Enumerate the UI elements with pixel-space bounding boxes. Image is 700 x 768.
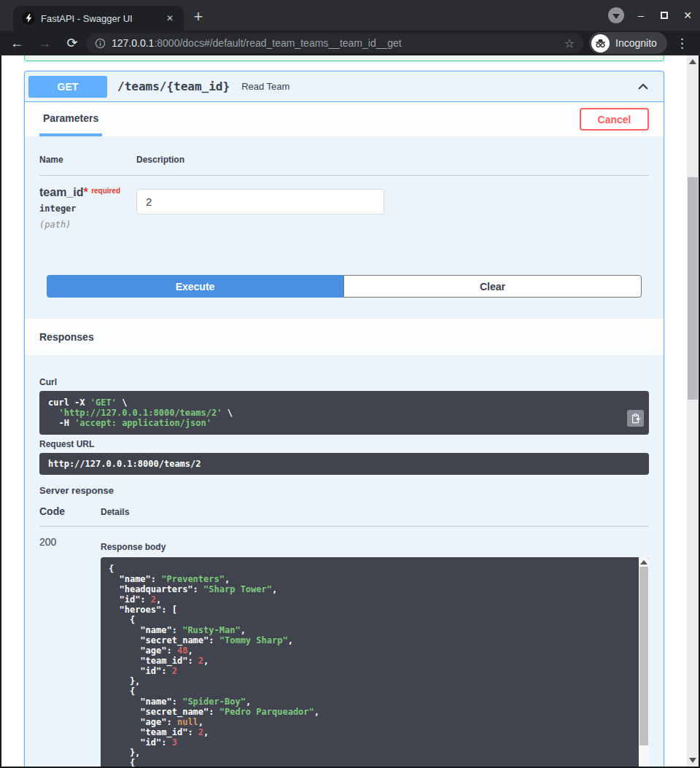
bookmark-star-icon[interactable]: ☆ (564, 36, 575, 50)
name-column-header: Name (39, 155, 136, 165)
copy-to-clipboard-button[interactable] (627, 410, 644, 427)
parameters-table-header: Name Description (39, 155, 649, 176)
details-column-header: Details (101, 507, 129, 517)
page-scrollbar[interactable] (687, 55, 699, 767)
opblock-summary[interactable]: GET /teams/{team_id} Read Team (25, 71, 664, 102)
team-id-input[interactable] (136, 189, 384, 214)
required-label: required (91, 187, 120, 195)
responses-body: Curl curl -X 'GET' \ 'http://127.0.0.1:8… (25, 355, 664, 767)
parameter-type: integer (39, 203, 136, 214)
parameter-info: team_id* required integer (path) (39, 186, 136, 230)
method-badge: GET (28, 76, 107, 98)
parameters-table: Name Description team_id* required integ… (25, 136, 664, 230)
response-body-label: Response body (101, 542, 649, 552)
browser-toolbar: ← → ⟳ 127.0.0.1:8000/docs#/default/read_… (0, 31, 700, 55)
page-scroll-up-icon[interactable] (689, 59, 696, 64)
operation-tab-header: Parameters Cancel (25, 102, 664, 136)
response-details: Response body { "name": "Preventers", "h… (101, 536, 649, 767)
incognito-icon (591, 34, 610, 53)
response-body-scrollbar[interactable] (639, 557, 649, 767)
response-row: 200 Response body { "name": "Preventers"… (39, 527, 649, 767)
opblock-get: GET /teams/{team_id} Read Team Parameter… (24, 71, 664, 767)
reload-button[interactable]: ⟳ (63, 35, 82, 51)
request-url-box: http://127.0.0.1:8000/teams/2 (39, 453, 649, 475)
tab-strip: FastAPI - Swagger UI ✕ + – ✕ (0, 0, 700, 31)
page-scrollbar-thumb[interactable] (688, 177, 698, 400)
close-button[interactable]: ✕ (681, 9, 694, 21)
collapse-chevron-icon[interactable] (636, 79, 650, 94)
page-info-icon[interactable] (95, 38, 106, 49)
curl-command-box: curl -X 'GET' \ 'http://127.0.0.1:8000/t… (39, 391, 649, 435)
tab-parameters-label: Parameters (43, 112, 98, 124)
execute-wrapper: Execute Clear (47, 275, 642, 298)
minimize-button[interactable]: – (634, 9, 648, 21)
parameter-location: (path) (39, 220, 136, 230)
response-table-header: Code Details (39, 505, 649, 527)
clear-button[interactable]: Clear (343, 275, 642, 298)
responses-section-header: Responses (25, 319, 664, 355)
url-text: 127.0.0.1:8000/docs#/default/read_team_t… (112, 37, 559, 49)
browser-menu-icon[interactable]: ⋮ (676, 36, 688, 51)
endpoint-summary: Read Team (241, 81, 289, 92)
browser-window: FastAPI - Swagger UI ✕ + – ✕ ← → ⟳ 127.0… (0, 0, 700, 768)
incognito-label: Incognito (615, 37, 657, 49)
parameter-name: team_id* required (39, 186, 136, 199)
request-url-label: Request URL (39, 439, 649, 449)
endpoint-path: /teams/{team_id} (117, 79, 230, 93)
browser-update-icon[interactable] (608, 7, 624, 23)
curl-command: curl -X 'GET' \ 'http://127.0.0.1:8000/t… (39, 391, 649, 435)
previous-opblock-edge (24, 55, 664, 61)
execute-button[interactable]: Execute (47, 275, 343, 298)
new-tab-button[interactable]: + (188, 7, 209, 28)
maximize-button[interactable] (658, 9, 671, 21)
response-body-json: { "name": "Preventers", "headquarters": … (101, 557, 649, 767)
browser-tab[interactable]: FastAPI - Swagger UI ✕ (13, 6, 184, 31)
address-bar[interactable]: 127.0.0.1:8000/docs#/default/read_team_t… (86, 33, 583, 53)
required-asterisk: * (83, 186, 88, 198)
parameter-row: team_id* required integer (path) (39, 176, 649, 230)
response-body-box: { "name": "Preventers", "headquarters": … (101, 557, 649, 767)
url-path: :8000/docs#/default/read_team_teams__tea… (154, 37, 401, 49)
tab-title: FastAPI - Swagger UI (41, 13, 162, 24)
page-scroll-down-icon[interactable] (689, 758, 696, 763)
tab-parameters[interactable]: Parameters (39, 102, 102, 136)
window-controls: – ✕ (608, 0, 694, 31)
status-code: 200 (39, 536, 101, 767)
incognito-badge: Incognito (589, 32, 667, 54)
scroll-up-arrow-icon[interactable] (640, 560, 648, 565)
url-host: 127.0.0.1 (112, 37, 154, 49)
swagger-page: GET /teams/{team_id} Read Team Parameter… (1, 55, 699, 767)
fastapi-favicon-icon (22, 12, 35, 25)
description-column-header: Description (136, 155, 184, 165)
curl-label: Curl (39, 377, 649, 387)
tab-close-icon[interactable]: ✕ (162, 12, 178, 25)
code-column-header: Code (39, 505, 101, 517)
forward-button[interactable]: → (35, 36, 54, 51)
response-scrollbar-thumb[interactable] (639, 567, 648, 745)
back-button[interactable]: ← (7, 36, 26, 51)
request-url-value: http://127.0.0.1:8000/teams/2 (48, 459, 201, 469)
responses-title: Responses (39, 331, 94, 343)
cancel-button[interactable]: Cancel (580, 108, 649, 131)
server-response-label: Server response (39, 485, 649, 496)
